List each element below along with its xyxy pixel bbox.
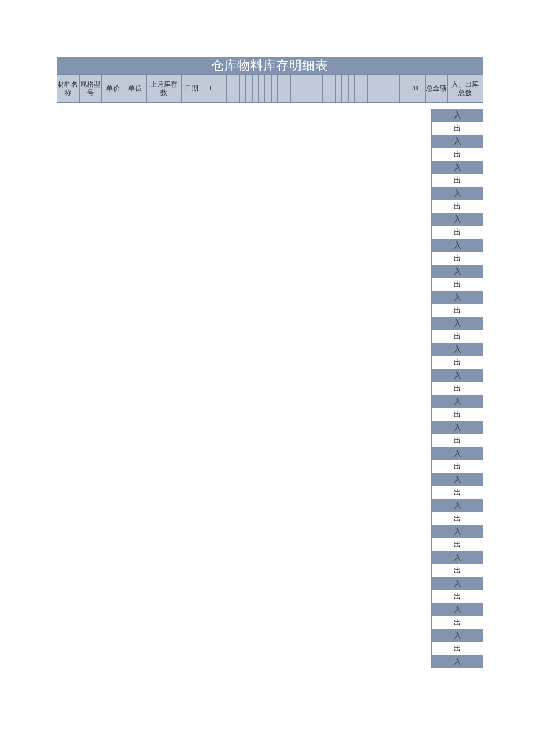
- document-page: 仓库物料库存明细表 材料名称 规格型号 单价 单位 上月库存数 日期 1: [0, 0, 534, 697]
- io-row: 入: [57, 291, 483, 304]
- row-left-spacer: [57, 187, 432, 200]
- col-day: [252, 75, 258, 103]
- in-cell: 入: [432, 239, 483, 252]
- col-day: [374, 75, 380, 103]
- col-day: [361, 75, 367, 103]
- col-unit-price: 单价: [102, 75, 124, 103]
- io-row: 入: [57, 421, 483, 434]
- row-left-spacer: [57, 603, 432, 616]
- io-row: 出: [57, 330, 483, 343]
- io-row: 出: [57, 148, 483, 161]
- col-day: [227, 75, 233, 103]
- header-row: 材料名称 规格型号 单价 单位 上月库存数 日期 1: [57, 75, 483, 103]
- col-day: [246, 75, 252, 103]
- io-row: 入: [57, 577, 483, 590]
- row-left-spacer: [57, 538, 432, 551]
- out-cell: 出: [432, 226, 483, 239]
- in-cell: 入: [432, 551, 483, 564]
- row-left-spacer: [57, 148, 432, 161]
- title-row: 仓库物料库存明细表: [57, 57, 483, 75]
- in-cell: 入: [432, 265, 483, 278]
- io-row: 入: [57, 109, 483, 122]
- in-cell: 入: [432, 135, 483, 148]
- in-cell: 入: [432, 395, 483, 408]
- out-cell: 出: [432, 538, 483, 551]
- io-row: 出: [57, 408, 483, 421]
- io-row: 出: [57, 174, 483, 187]
- io-row: 入: [57, 161, 483, 174]
- row-left-spacer: [57, 473, 432, 486]
- io-row: 入: [57, 135, 483, 148]
- row-left-spacer: [57, 564, 432, 577]
- io-row: 入: [57, 343, 483, 356]
- io-row: 出: [57, 486, 483, 499]
- in-cell: 入: [432, 109, 483, 122]
- col-day: [393, 75, 399, 103]
- row-left-spacer: [57, 421, 432, 434]
- in-cell: 入: [432, 473, 483, 486]
- in-cell: 入: [432, 213, 483, 226]
- row-left-spacer: [57, 525, 432, 538]
- row-left-spacer: [57, 304, 432, 317]
- col-total-amount: 总金额: [425, 75, 448, 103]
- row-left-spacer: [57, 447, 432, 460]
- io-row: 出: [57, 642, 483, 655]
- col-day: [310, 75, 316, 103]
- in-cell: 入: [432, 291, 483, 304]
- io-row: 出: [57, 356, 483, 369]
- out-cell: 出: [432, 564, 483, 577]
- col-day: [400, 75, 406, 103]
- io-row: 入: [57, 499, 483, 512]
- out-cell: 出: [432, 486, 483, 499]
- row-left-spacer: [57, 317, 432, 330]
- io-row: 出: [57, 278, 483, 291]
- col-day: [258, 75, 264, 103]
- row-left-spacer: [57, 382, 432, 395]
- col-day: [316, 75, 322, 103]
- row-left-spacer: [57, 616, 432, 629]
- out-cell: 出: [432, 460, 483, 473]
- in-cell: 入: [432, 161, 483, 174]
- col-spec: 规格型号: [79, 75, 102, 103]
- col-day: [271, 75, 277, 103]
- in-cell: 入: [432, 187, 483, 200]
- out-cell: 出: [432, 278, 483, 291]
- io-row: 出: [57, 460, 483, 473]
- col-material-name: 材料名称: [57, 75, 80, 103]
- in-cell: 入: [432, 369, 483, 382]
- io-row: 入: [57, 551, 483, 564]
- io-row: 出: [57, 304, 483, 317]
- col-day: [284, 75, 290, 103]
- io-row: 出: [57, 226, 483, 239]
- col-day: [354, 75, 361, 103]
- col-unit: 单位: [124, 75, 147, 103]
- io-row: 出: [57, 122, 483, 135]
- row-left-spacer: [57, 330, 432, 343]
- row-left-spacer: [57, 174, 432, 187]
- col-day: [290, 75, 297, 103]
- out-cell: 出: [432, 148, 483, 161]
- io-row: 出: [57, 434, 483, 447]
- out-cell: 出: [432, 642, 483, 655]
- row-left-spacer: [57, 486, 432, 499]
- out-cell: 出: [432, 122, 483, 135]
- io-row: 入: [57, 525, 483, 538]
- io-row: 出: [57, 564, 483, 577]
- row-left-spacer: [57, 629, 432, 642]
- io-row: 入: [57, 369, 483, 382]
- io-row: 入: [57, 603, 483, 616]
- in-cell: 入: [432, 577, 483, 590]
- col-in-out-total: 入、出库总数: [448, 75, 483, 103]
- row-left-spacer: [57, 252, 432, 265]
- io-row: 入: [57, 239, 483, 252]
- in-cell: 入: [432, 655, 483, 668]
- io-row: 出: [57, 590, 483, 603]
- in-cell: 入: [432, 447, 483, 460]
- io-row: 入: [57, 395, 483, 408]
- row-left-spacer: [57, 122, 432, 135]
- col-last-month-stock: 上月库存数: [146, 75, 181, 103]
- out-cell: 出: [432, 382, 483, 395]
- io-row: 出: [57, 616, 483, 629]
- row-left-spacer: [57, 408, 432, 421]
- col-day: [265, 75, 271, 103]
